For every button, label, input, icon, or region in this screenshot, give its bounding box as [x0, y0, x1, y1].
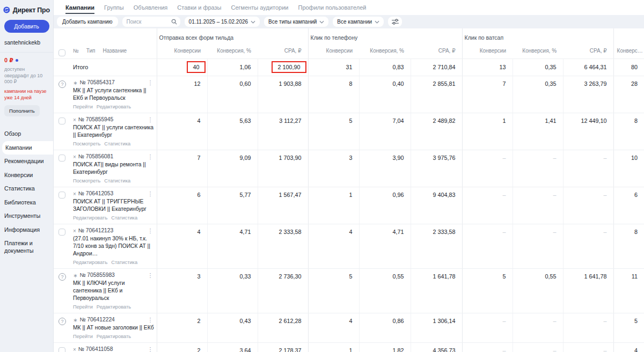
- select-all-checkbox[interactable]: [58, 49, 65, 56]
- col-header-conversions[interactable]: Конверсии: [308, 43, 359, 58]
- search-input[interactable]: [127, 19, 171, 25]
- toolbar: Добавить кампанию 01.11.2025 – 15.02.202…: [54, 15, 644, 28]
- metric-cell: 2 333,58: [258, 224, 308, 268]
- col-header-conversion-rate[interactable]: Конверсия, %: [207, 43, 258, 58]
- sidebar-item-conversions[interactable]: Конверсии: [0, 168, 53, 182]
- col-header-conversion-rate[interactable]: Конверсия, %: [359, 43, 411, 58]
- tab-ads[interactable]: Объявления: [134, 1, 168, 14]
- campaign-action-link[interactable]: Перейти: [73, 334, 93, 339]
- campaign-type-filter[interactable]: Все типы кампаний: [264, 17, 328, 27]
- campaign-action-link[interactable]: Статистика: [104, 141, 130, 146]
- chevron-down-icon: [319, 20, 324, 24]
- col-header-type[interactable]: Тип: [86, 48, 96, 54]
- row-menu-icon[interactable]: ⋮: [147, 228, 155, 234]
- tab-groups[interactable]: Группы: [104, 1, 124, 14]
- row-checkbox[interactable]: [58, 192, 65, 199]
- column-settings-button[interactable]: [388, 17, 402, 27]
- campaign-number[interactable]: № 705855945: [78, 116, 147, 122]
- metric-cell: 1 306,14: [411, 313, 462, 342]
- row-menu-icon[interactable]: ⋮: [147, 317, 155, 324]
- col-header-truncated[interactable]: Конверс…: [613, 43, 644, 58]
- status-question-icon[interactable]: ?: [58, 273, 66, 281]
- row-checkbox[interactable]: [58, 118, 65, 124]
- sidebar-item-recommendations[interactable]: Рекомендации: [0, 155, 53, 168]
- campaign-number[interactable]: № 705856081: [78, 153, 147, 159]
- search-box[interactable]: [122, 17, 180, 27]
- row-menu-icon[interactable]: ⋮: [147, 153, 155, 160]
- sidebar-item-overview[interactable]: Обзор: [0, 127, 53, 141]
- status-question-icon[interactable]: ?: [58, 80, 66, 88]
- sidebar-item-library[interactable]: Библиотека: [0, 196, 53, 209]
- metric-cell: 9,09: [207, 150, 258, 187]
- col-header-cpa[interactable]: CPA, ₽: [411, 43, 462, 58]
- metric-cell: –: [462, 224, 513, 268]
- campaign-number[interactable]: № 705854317: [79, 79, 146, 85]
- campaign-action-link[interactable]: Статистика: [111, 260, 137, 265]
- metric-cell: 5: [462, 268, 513, 313]
- brand-logo[interactable]: Директ Про: [0, 4, 53, 20]
- campaign-action-link[interactable]: Редактировать: [73, 215, 107, 221]
- campaign-number[interactable]: № 705855983: [79, 272, 146, 278]
- campaign-name[interactable]: МК || КЛЮЧИ услуги сантехника || ЕКб и П…: [73, 280, 155, 302]
- add-button[interactable]: Добавить: [4, 20, 49, 33]
- campaign-action-link[interactable]: Редактировать: [97, 334, 131, 339]
- add-campaign-button[interactable]: Добавить кампанию: [57, 17, 118, 27]
- row-menu-icon[interactable]: ⋮: [147, 116, 155, 123]
- column-header-row: № Тип Название Конверсии Конверсия, % CP…: [54, 43, 644, 58]
- campaign-action-link[interactable]: Статистика: [111, 215, 137, 221]
- campaign-name[interactable]: ПОИСК АТ || услуги сантехника || Екатери…: [73, 124, 155, 139]
- campaign-action-link[interactable]: Редактировать: [73, 260, 107, 265]
- campaign-action-link[interactable]: Посмотреть: [73, 141, 100, 146]
- metric-cell: 2 612,28: [258, 313, 308, 342]
- row-menu-icon[interactable]: ⋮: [147, 190, 155, 197]
- tab-campaigns[interactable]: Кампании: [65, 1, 94, 14]
- col-header-conversions[interactable]: Конверсии: [462, 43, 513, 58]
- topup-button[interactable]: Пополнить: [4, 105, 40, 116]
- col-header-cpa[interactable]: CPA, ₽: [258, 43, 308, 58]
- brand-name: Директ Про: [13, 6, 50, 14]
- col-header-conversion-rate[interactable]: Конверсия, %: [513, 43, 563, 58]
- col-header-conversions[interactable]: Конверсии: [157, 43, 207, 58]
- col-header-cpa[interactable]: CPA, ₽: [563, 43, 613, 58]
- campaign-name[interactable]: (27.01 накинул 30% к НБ, т.к. 7/10 конв …: [73, 235, 155, 257]
- row-checkbox[interactable]: [58, 229, 65, 236]
- metric-cell: 4: [613, 342, 644, 352]
- row-checkbox[interactable]: [58, 155, 65, 162]
- campaign-name[interactable]: МК || АТ новые заголовки || ЕКб: [73, 324, 155, 332]
- campaign-number[interactable]: № 706412224: [79, 317, 146, 322]
- row-menu-icon[interactable]: ⋮: [147, 346, 155, 352]
- campaign-action-link[interactable]: Перейти: [73, 104, 93, 109]
- campaign-name[interactable]: ПОИСК АТ|| виды ремонта || Екатеринбург: [73, 161, 155, 176]
- tab-audience-segments[interactable]: Сегменты аудитории: [231, 1, 289, 14]
- metric-cell: 2 736,30: [258, 268, 308, 313]
- sidebar-item-statistics[interactable]: Статистика: [0, 182, 53, 195]
- campaign-action-link[interactable]: Редактировать: [97, 304, 131, 310]
- tab-bids-phrases[interactable]: Ставки и фразы: [177, 1, 221, 14]
- row-menu-icon[interactable]: ⋮: [147, 79, 155, 86]
- campaign-number[interactable]: № 706412123: [78, 228, 147, 233]
- row-checkbox[interactable]: [58, 347, 65, 352]
- campaign-action-link[interactable]: Редактировать: [97, 104, 131, 109]
- campaign-number[interactable]: № 706411058: [78, 346, 147, 352]
- metric-cell: 12: [157, 76, 207, 113]
- campaign-action-link[interactable]: Перейти: [73, 304, 93, 310]
- metric-cell: –: [513, 342, 563, 352]
- campaign-number[interactable]: № 706412053: [78, 190, 147, 196]
- row-menu-icon[interactable]: ⋮: [147, 272, 155, 279]
- col-header-name[interactable]: Название: [103, 48, 127, 54]
- campaign-name[interactable]: ПОИСК АТ || ТРИГГЕРНЫЕ ЗАГОЛОВКИ || Екат…: [73, 198, 155, 213]
- metric-cell: 7,04: [359, 113, 411, 150]
- tab-user-profiles[interactable]: Профили пользователей: [298, 1, 366, 14]
- sidebar-item-tools[interactable]: Инструменты: [0, 209, 53, 223]
- campaign-action-link[interactable]: Статистика: [104, 178, 130, 184]
- account-name[interactable]: santehnickekb: [0, 39, 53, 52]
- campaign-action-link[interactable]: Посмотреть: [73, 178, 100, 184]
- status-question-icon[interactable]: ?: [58, 318, 66, 325]
- campaign-filter[interactable]: Все кампании: [333, 17, 384, 27]
- sidebar-item-payments[interactable]: Платежи и документы: [0, 237, 53, 258]
- sidebar-item-information[interactable]: Информация: [0, 223, 53, 237]
- campaign-name[interactable]: МК || АТ услуги сантехника || ЕКб и Перв…: [73, 87, 155, 102]
- date-range-picker[interactable]: 01.11.2025 – 15.02.2026: [185, 17, 260, 27]
- col-header-number[interactable]: №: [73, 48, 79, 54]
- sidebar-item-campaigns[interactable]: Кампании: [2, 141, 53, 155]
